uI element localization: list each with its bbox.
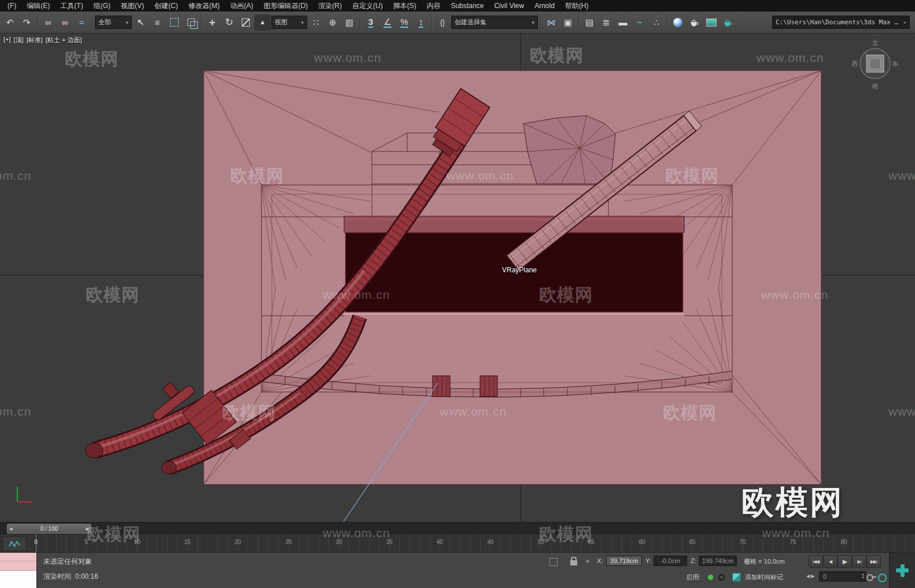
menu-item[interactable]: 工具(T) — [55, 0, 88, 12]
keyboard-shortcut-override-icon[interactable]: ▥ — [341, 14, 357, 31]
select-and-link-icon[interactable]: ∞ — [40, 14, 56, 31]
menu-item[interactable]: 动画(A) — [225, 0, 259, 12]
macro-recorder-pane[interactable] — [0, 553, 36, 571]
frame-tick-label: 45 — [487, 539, 493, 545]
layer-explorer-icon[interactable]: ≣ — [598, 14, 614, 31]
cube-icon[interactable] — [732, 573, 741, 582]
reference-coordinate-dropdown[interactable]: 视图▾ — [271, 16, 307, 29]
menu-item[interactable]: Arnold — [529, 0, 560, 12]
time-slider-handle[interactable]: ◀ 0 / 100 ▶ — [7, 524, 91, 534]
curve-editor-icon[interactable]: ~ — [632, 14, 648, 31]
spinner-snap-icon[interactable]: ↕ — [413, 14, 429, 31]
window-crossing-icon[interactable] — [183, 14, 199, 31]
next-frame-button[interactable]: ▶| — [852, 555, 866, 568]
absolute-mode-transform-icon[interactable]: + — [585, 557, 590, 565]
use-pivot-center-icon[interactable]: ∷ — [308, 14, 324, 31]
render-setup-icon[interactable] — [687, 14, 703, 31]
menu-item[interactable]: 编辑(E) — [21, 0, 55, 12]
project-folder-field[interactable]: C:\Users\Han\Documents\3ds Max 2022▾ — [772, 16, 910, 29]
add-time-tag-label[interactable]: 添加时间标记 — [745, 573, 783, 582]
menu-item[interactable]: 脚本(S) — [388, 0, 422, 12]
enable-state-icon[interactable] — [708, 575, 713, 580]
rendered-frame-window-icon[interactable] — [703, 14, 720, 31]
select-object-icon[interactable]: ↖ — [132, 14, 149, 31]
prev-frame-arrow-icon[interactable]: ◀ — [9, 527, 12, 531]
menu-item[interactable]: 图形编辑器(D) — [259, 0, 313, 12]
viewcube[interactable]: 北 东 南 西 — [851, 37, 899, 93]
menu-item[interactable]: (F) — [2, 0, 21, 12]
mirror-icon[interactable]: ⋈ — [543, 14, 559, 31]
menu-item[interactable]: Civil View — [489, 0, 529, 12]
compass-west-label: 西 — [852, 60, 858, 67]
maxscript-mini-listener[interactable] — [0, 553, 37, 588]
previous-frame-button[interactable]: ◀ — [823, 555, 837, 568]
maximize-viewport-toggle-button[interactable] — [889, 553, 915, 588]
select-by-name-icon[interactable]: ≡ — [149, 14, 165, 31]
go-to-start-button[interactable]: |◀◀ — [809, 555, 823, 568]
frame-spinner-icon[interactable]: ▲▼ — [861, 572, 865, 579]
redo-icon[interactable]: ↷ — [19, 14, 35, 31]
render-production-icon[interactable] — [720, 14, 736, 31]
z-coordinate-field[interactable]: 199.749cm — [699, 556, 737, 566]
viewport-standard-menu[interactable]: [标准] — [27, 36, 43, 45]
ribbon-toggle-icon[interactable]: ▬ — [615, 14, 631, 31]
frame-tick-label: 60 — [639, 539, 645, 545]
menu-item[interactable]: 创建(C) — [149, 0, 183, 12]
material-editor-icon[interactable] — [670, 14, 686, 31]
listener-pane[interactable] — [0, 571, 36, 588]
status-dot-icon[interactable]: O — [717, 573, 726, 582]
undo-icon[interactable]: ↶ — [2, 14, 18, 31]
viewport-top[interactable]: [+] [顶] [标准] [粘土 + 边面] VRayPlane 北 东 南 西 — [0, 33, 915, 522]
percent-snap-icon[interactable]: % — [396, 14, 412, 31]
menu-item[interactable]: 帮助(H) — [560, 0, 594, 12]
time-slider[interactable]: ◀ 0 / 100 ▶ — [0, 522, 915, 534]
menu-item[interactable]: 视图(V) — [116, 0, 149, 12]
play-button[interactable]: ▶ — [837, 555, 852, 568]
track-bar[interactable]: 05101520253035404550556065707580 — [0, 534, 915, 553]
frame-tick-label: 80 — [840, 539, 847, 545]
menu-item[interactable]: 自定义(U) — [347, 0, 388, 12]
viewport-general-menu[interactable]: [+] — [3, 36, 11, 45]
menu-item[interactable]: 修改器(M) — [183, 0, 225, 12]
angle-snap-icon[interactable]: ∠ — [379, 14, 396, 31]
current-frame-marker[interactable] — [36, 534, 36, 553]
viewport-pov-menu[interactable]: [顶] — [14, 36, 24, 45]
frame-tick-label: 30 — [335, 539, 342, 545]
track-bar-ruler[interactable]: 05101520253035404550556065707580 — [0, 534, 915, 553]
next-frame-arrow-icon[interactable]: ▶ — [86, 527, 89, 531]
frame-nav-arrows[interactable]: ◀▶ — [806, 574, 816, 579]
menu-item[interactable]: 内容 — [422, 0, 446, 12]
compass-east-label: 东 — [892, 60, 899, 67]
frame-tick-label: 70 — [739, 539, 746, 545]
select-and-move-icon[interactable]: + — [204, 14, 220, 31]
select-and-manipulate-icon[interactable]: ⊕ — [324, 14, 341, 31]
bind-to-space-warp-icon[interactable]: ≈ — [73, 14, 90, 31]
y-coordinate-field[interactable]: -0.0cm — [654, 556, 687, 566]
x-coordinate-field[interactable]: 39.719cm — [606, 556, 642, 566]
time-configuration-icon[interactable] — [878, 574, 887, 582]
named-selection-sets-dropdown[interactable]: 创建选择集▾ — [451, 16, 538, 29]
select-and-scale-icon[interactable] — [238, 14, 254, 31]
unlink-selection-icon[interactable]: ∞ — [57, 14, 73, 31]
x-coordinate-label: X: — [597, 557, 603, 564]
rectangular-selection-region-icon[interactable] — [166, 14, 182, 31]
scene-explorer-icon[interactable]: ▤ — [581, 14, 597, 31]
snaps-toggle-icon[interactable]: 3 — [363, 14, 379, 31]
key-mode-icon[interactable] — [866, 574, 873, 581]
edit-named-selection-sets-icon[interactable]: {} — [434, 14, 451, 31]
current-frame-field[interactable]: 0 ▲▼ — [819, 571, 866, 582]
isolate-selection-toggle-icon[interactable] — [549, 558, 558, 566]
mini-curve-editor-button[interactable] — [2, 537, 27, 551]
select-and-place-icon[interactable]: ▲ — [254, 14, 271, 31]
selection-filter-dropdown[interactable]: 全部▾ — [95, 16, 132, 29]
align-icon[interactable]: ▣ — [560, 14, 576, 31]
menu-item[interactable]: 组(G) — [88, 0, 116, 12]
menu-item[interactable]: Substance — [446, 0, 489, 12]
menu-item[interactable]: 渲染(R) — [313, 0, 347, 12]
toolbar-separator — [201, 15, 202, 30]
schematic-view-icon[interactable]: ∴ — [648, 14, 665, 31]
go-to-end-button[interactable]: ▶▶| — [866, 555, 881, 568]
selection-lock-toggle-icon[interactable] — [570, 560, 577, 565]
select-and-rotate-icon[interactable]: ↻ — [221, 14, 237, 31]
viewport-shading-menu[interactable]: [粘土 + 边面] — [46, 36, 82, 45]
